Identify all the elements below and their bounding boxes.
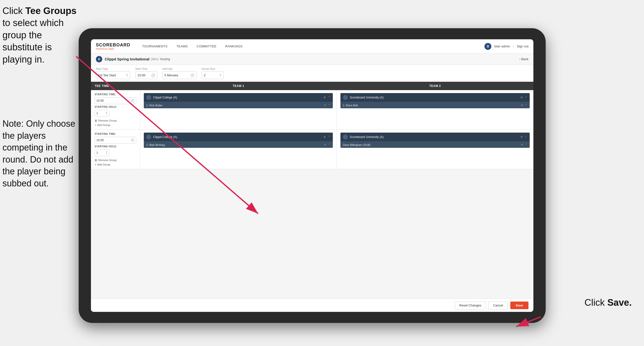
start-type-group: Start Type 1st Tee Start ▲▼	[96, 67, 130, 79]
team1-logo-1	[146, 95, 151, 100]
add-group-btn-2[interactable]: + Add Group	[95, 163, 136, 166]
group-size-input[interactable]: 2 ▲▼	[202, 71, 224, 79]
player-row-1-2: 2. Blair McHarg ✕ ⌃	[144, 141, 333, 148]
note-text: Note: Only choose the players competing …	[2, 118, 79, 190]
player-row-2-2: Dave Billingham (SUB) ✕ ⌃	[340, 141, 530, 148]
add-group-btn-1[interactable]: + Add Group	[95, 123, 136, 126]
bottom-bar: Reset Changes Cancel Save	[91, 299, 534, 312]
team2-x-1[interactable]: ✕	[520, 96, 523, 99]
player-row-2-1: 1. Rees Britt ✕ ⌃	[340, 102, 530, 108]
group-size-group: Group Size 2 ▲▼	[202, 67, 224, 79]
player-name-1-1: 1. Rich Butler	[146, 104, 324, 107]
team1-chevron-2[interactable]: ⌃	[328, 135, 330, 139]
team1-card-2: Clippd College (A) ✕ ⌃ 2. Blair McHarg ✕…	[144, 133, 333, 148]
group-size-spinner[interactable]: ▲▼	[220, 73, 222, 77]
team1-panel-1: Clippd College (A) ✕ ⌃ 1. Rich Butler ✕ …	[140, 90, 337, 129]
sign-out[interactable]: Sign out	[517, 44, 528, 48]
starting-time-input-2[interactable]: 10:05 🕙	[95, 137, 136, 144]
logo: SCOREBOARD Powered by clippd	[96, 42, 130, 50]
team2-actions-2: ✕ ⌃	[520, 135, 527, 139]
starting-time-label-2: STARTING TIME:	[95, 133, 136, 135]
team1-header-2: Clippd College (A) ✕ ⌃	[144, 133, 333, 141]
nav-committee[interactable]: COMMITTEE	[192, 39, 221, 53]
player-chevron-2-1[interactable]: ⌃	[525, 104, 527, 107]
trash-icon-2: 🗑	[95, 159, 97, 162]
tournament-title: Clippd Spring Invitational	[105, 57, 150, 61]
player-chevron-1-1[interactable]: ⌃	[328, 104, 330, 107]
team2-logo-2	[343, 135, 348, 139]
intervals-group: Intervals 5 Minutes 🕙	[162, 67, 197, 79]
nav-bar: SCOREBOARD Powered by clippd TOURNAMENTS…	[91, 39, 534, 53]
hole-spinner-2[interactable]: ▲▼	[106, 151, 108, 155]
reset-button[interactable]: Reset Changes	[455, 301, 486, 310]
player-x-1-2[interactable]: ✕	[324, 143, 326, 146]
nav-right: B blair admin | Sign out	[484, 43, 528, 50]
team2-header-1: Scoreboard University (A) ✕ ⌃	[340, 93, 530, 102]
intervals-label: Intervals	[162, 67, 197, 70]
tablet-frame: SCOREBOARD Powered by clippd TOURNAMENTS…	[79, 28, 546, 323]
back-button[interactable]: ‹ Back	[520, 57, 528, 61]
hole-spinner-1[interactable]: ▲▼	[106, 111, 108, 115]
time-icon-2: 🕙	[131, 138, 134, 142]
nav-links: TOURNAMENTS TEAMS COMMITTEE RANKINGS	[138, 39, 484, 53]
starting-hole-label-2: STARTING HOLE:	[95, 145, 136, 148]
starting-time-label-1: STARTING TIME:	[95, 93, 136, 96]
start-time-label: Start Time	[135, 67, 157, 70]
clock-icon: 🕙	[151, 73, 155, 77]
content-area[interactable]: STARTING TIME: 10:00 🕙 STARTING HOLE: 1 …	[91, 90, 534, 299]
player-actions-1-1: ✕ ⌃	[324, 104, 330, 107]
intervals-input[interactable]: 5 Minutes 🕙	[162, 71, 197, 79]
starting-hole-input-1[interactable]: 1 ▲▼	[95, 110, 110, 117]
sub-header: B Clippd Spring Invitational (Men) Hosti…	[91, 53, 534, 65]
team1-chevron-1[interactable]: ⌃	[328, 96, 330, 99]
team1-panel-2: Clippd College (A) ✕ ⌃ 2. Blair McHarg ✕…	[140, 130, 337, 169]
clock-icon-2: 🕙	[190, 73, 194, 77]
plus-icon-2: +	[95, 163, 96, 166]
group-row-2: STARTING TIME: 10:05 🕙 STARTING HOLE: 1 …	[91, 130, 534, 169]
save-button[interactable]: Save	[510, 302, 528, 309]
trash-icon-1: 🗑	[95, 119, 97, 122]
starting-hole-input-2[interactable]: 1 ▲▼	[95, 149, 110, 156]
remove-group-btn-1[interactable]: 🗑 Remove Group	[95, 119, 136, 122]
player-name-1-2: 2. Blair McHarg	[146, 143, 324, 146]
remove-group-btn-2[interactable]: 🗑 Remove Group	[95, 159, 136, 162]
team2-panel-1: Scoreboard University (A) ✕ ⌃ 1. Rees Br…	[337, 90, 534, 129]
team1-actions-1: ✕ ⌃	[324, 96, 330, 99]
team1-x-2[interactable]: ✕	[324, 135, 326, 139]
player-row-1-1: 1. Rich Butler ✕ ⌃	[144, 102, 333, 108]
player-chevron-1-2[interactable]: ⌃	[328, 143, 330, 146]
team1-logo-2	[146, 135, 151, 139]
nav-tournaments[interactable]: TOURNAMENTS	[138, 39, 172, 53]
time-icon-1: 🕙	[131, 99, 134, 102]
team1-x-1[interactable]: ✕	[324, 96, 326, 99]
team2-card-2: Scoreboard University (A) ✕ ⌃ Dave Billi…	[340, 133, 530, 148]
team2-name-2: Scoreboard University (A)	[350, 135, 520, 139]
cancel-button[interactable]: Cancel	[488, 301, 508, 310]
team2-header: Team 2	[337, 82, 534, 90]
team2-header-2: Scoreboard University (A) ✕ ⌃	[340, 133, 530, 141]
player-x-1-1[interactable]: ✕	[324, 104, 326, 107]
tee-groups-bold: Tee Groups	[25, 6, 76, 16]
avatar: B	[484, 43, 491, 50]
nav-teams[interactable]: TEAMS	[172, 39, 192, 53]
start-time-input[interactable]: 10:00 🕙	[135, 71, 157, 79]
group-size-label: Group Size	[202, 67, 224, 70]
nav-rankings[interactable]: RANKINGS	[221, 39, 247, 53]
click-save-text: Click Save.	[584, 297, 632, 308]
player-chevron-2-2[interactable]: ⌃	[525, 143, 527, 146]
start-type-input[interactable]: 1st Tee Start ▲▼	[96, 71, 130, 79]
team2-chevron-1[interactable]: ⌃	[525, 96, 527, 99]
player-x-2-1[interactable]: ✕	[521, 104, 523, 107]
player-x-2-2[interactable]: ✕	[521, 143, 523, 146]
starting-time-input-1[interactable]: 10:00 🕙	[95, 97, 136, 104]
plus-icon-1: +	[95, 123, 96, 126]
team2-panel-2: Scoreboard University (A) ✕ ⌃ Dave Billi…	[337, 130, 534, 169]
tablet-screen: SCOREBOARD Powered by clippd TOURNAMENTS…	[91, 39, 534, 312]
team2-x-2[interactable]: ✕	[520, 135, 523, 139]
player-actions-2-2: ✕ ⌃	[521, 143, 527, 146]
logo-sub: Powered by clippd	[96, 48, 130, 50]
team1-actions-2: ✕ ⌃	[324, 135, 330, 139]
start-type-spinner[interactable]: ▲▼	[126, 73, 128, 77]
team2-chevron-2[interactable]: ⌃	[525, 135, 527, 139]
player-name-2-1: 1. Rees Britt	[343, 104, 521, 107]
